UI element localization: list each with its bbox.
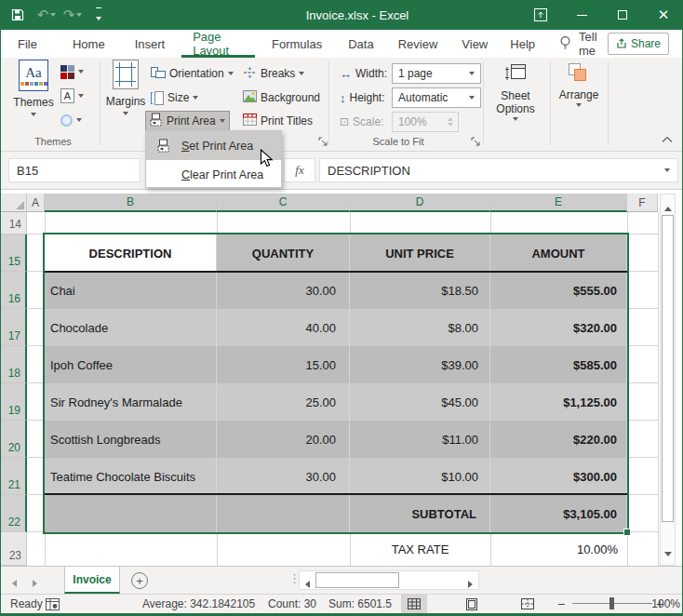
row-header-18[interactable]: 18 [1, 346, 27, 383]
sheet-nav-prev-icon[interactable] [12, 576, 17, 590]
row-header-15[interactable]: 15 [1, 234, 27, 272]
cell-price[interactable]: $11.00 [350, 421, 490, 458]
cell-qty[interactable]: 15.00 [217, 346, 350, 383]
sheet-nav-next-icon[interactable] [33, 576, 37, 590]
cell-e15-amount-header[interactable]: AMOUNT [490, 234, 627, 272]
fill-handle[interactable] [623, 529, 631, 536]
cell-amount[interactable]: $555.00 [490, 272, 627, 309]
zoom-out-button[interactable]: − [557, 595, 565, 613]
margins-button[interactable]: Margins [105, 60, 146, 115]
close-button[interactable]: ✕ [643, 0, 683, 30]
cell-e22-subtotal-value[interactable]: $3,105.00 [490, 495, 627, 532]
row-header-19[interactable]: 19 [1, 383, 27, 421]
themes-button[interactable]: Aa Themes [12, 60, 55, 116]
tab-review[interactable]: Review [387, 30, 449, 58]
macro-record-icon[interactable] [46, 595, 60, 613]
cell-qty[interactable]: 30.00 [217, 458, 350, 495]
cell-amount[interactable]: $220.00 [490, 421, 627, 458]
tab-page-layout[interactable]: Page Layout [181, 30, 255, 58]
ribbon-display-options-icon[interactable] [520, 0, 561, 30]
cell-qty[interactable]: 30.00 [217, 272, 350, 309]
col-header-B[interactable]: B [45, 194, 217, 212]
cell-d15-unitprice-header[interactable]: UNIT PRICE [350, 234, 490, 272]
col-header-C[interactable]: C [217, 194, 350, 212]
cell-amount[interactable]: $320.00 [490, 309, 627, 346]
height-combo[interactable]: Automatic [392, 87, 481, 108]
status-sum[interactable]: Sum: 6501.5 [328, 595, 392, 613]
tab-insert[interactable]: Insert [124, 30, 177, 58]
tab-file[interactable]: File [7, 30, 48, 58]
cell-desc[interactable]: Chai [45, 272, 217, 309]
cell-e23-taxrate-value[interactable]: 10.00% [490, 532, 627, 566]
view-normal-button[interactable] [401, 595, 427, 613]
new-sheet-button[interactable]: + [131, 572, 148, 589]
save-icon[interactable] [1, 0, 34, 30]
cell-desc[interactable]: Chocolade [45, 309, 217, 346]
arrange-button[interactable]: Arrange [554, 60, 604, 107]
cell-d23-taxrate-label[interactable]: TAX RATE [350, 532, 490, 566]
scroll-left-icon[interactable] [305, 577, 310, 591]
sheet-tab-invoice[interactable]: Invoice [64, 567, 120, 594]
cell-c15-quantity-header[interactable]: QUANTITY [217, 234, 350, 272]
cell-d22-subtotal-label[interactable]: SUBTOTAL [350, 495, 490, 532]
name-box[interactable]: B15 [8, 158, 141, 182]
cell-amount[interactable]: $300.00 [490, 458, 627, 495]
zoom-level[interactable]: 100% [651, 595, 680, 613]
status-average[interactable]: Average: 342.1842105 [142, 595, 255, 613]
cell-amount[interactable]: $1,125.00 [490, 383, 627, 421]
minimize-button[interactable] [561, 0, 602, 30]
vertical-scrollbar[interactable] [660, 194, 676, 566]
cell-c22-empty[interactable] [217, 495, 350, 532]
share-button[interactable]: Share [608, 33, 669, 55]
print-area-button[interactable]: Print Area [145, 111, 230, 131]
view-page-layout-button[interactable] [459, 595, 485, 613]
row-header-16[interactable]: 16 [1, 272, 27, 309]
status-count[interactable]: Count: 30 [268, 595, 316, 613]
redo-icon[interactable]: ↷ [59, 0, 87, 30]
scroll-up-icon[interactable] [664, 200, 672, 214]
theme-effects-button[interactable] [57, 110, 86, 130]
breaks-button[interactable]: Breaks [239, 63, 308, 84]
maximize-button[interactable] [602, 0, 643, 30]
tell-me-label[interactable]: Tell me [579, 30, 608, 58]
horizontal-scrollbar[interactable] [299, 570, 479, 590]
horizontal-scrollbar-thumb[interactable] [315, 572, 399, 588]
print-titles-button[interactable]: Print Titles [239, 111, 316, 131]
tab-view[interactable]: View [450, 30, 499, 58]
col-header-D[interactable]: D [350, 194, 490, 212]
collapse-ribbon-icon[interactable] [662, 134, 673, 145]
tab-home[interactable]: Home [61, 30, 116, 58]
tab-help[interactable]: Help [499, 30, 546, 58]
tell-me-bulb-icon[interactable] [559, 35, 571, 53]
scroll-right-icon[interactable] [468, 577, 473, 591]
col-header-E[interactable]: E [490, 194, 627, 212]
cell-b15-description-header[interactable]: DESCRIPTION [45, 234, 217, 272]
theme-fonts-button[interactable]: A [57, 86, 87, 106]
cell-amount[interactable]: $585.00 [490, 346, 627, 383]
view-page-break-button[interactable] [515, 595, 541, 613]
cell-desc[interactable]: Teatime Chocolate Biscuits [45, 458, 217, 495]
cell-price[interactable]: $8.00 [350, 309, 490, 346]
row-header-17[interactable]: 17 [1, 309, 27, 346]
cell-price[interactable]: $45.00 [350, 383, 490, 421]
col-header-F[interactable]: F [627, 194, 658, 212]
select-all-corner[interactable] [1, 194, 27, 212]
cell-desc[interactable]: Scottish Longbreads [45, 421, 217, 458]
row-header-14[interactable]: 14 [1, 212, 27, 234]
qat-customize-icon[interactable] [87, 0, 111, 30]
scale-to-fit-dialog-launcher-icon[interactable] [471, 136, 483, 148]
cell-price[interactable]: $18.50 [350, 272, 490, 309]
row-header-20[interactable]: 20 [1, 421, 27, 458]
cell-price[interactable]: $39.00 [350, 346, 490, 383]
insert-function-button[interactable]: fx [284, 158, 315, 182]
orientation-button[interactable]: Orientation [147, 63, 237, 84]
formula-input[interactable]: DESCRIPTION [319, 158, 678, 182]
undo-icon[interactable]: ↶ [34, 0, 59, 30]
cell-price[interactable]: $10.00 [350, 458, 490, 495]
cell-desc[interactable]: Sir Rodney's Marmalade [45, 383, 217, 421]
theme-colors-button[interactable] [57, 61, 87, 82]
background-button[interactable]: Background [239, 87, 324, 108]
cell-qty[interactable]: 40.00 [217, 309, 350, 346]
tab-formulas[interactable]: Formulas [261, 30, 333, 58]
width-combo[interactable]: 1 page [392, 63, 481, 84]
